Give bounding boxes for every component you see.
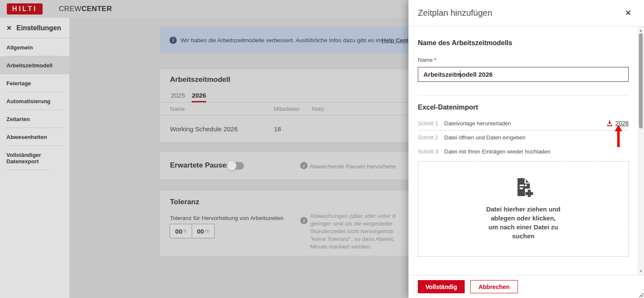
add-schedule-panel: Zeitplan hinzufügen ✕ Name des Arbeitsze…	[408, 0, 644, 298]
dropzone-line: suchen	[486, 231, 560, 240]
step-row-3: Schritt 3 Datei mit Ihren Einträgen wied…	[418, 145, 629, 159]
info-line: Abweichungen (über oder unter d	[310, 212, 395, 220]
step-label: Schritt 1	[418, 120, 444, 127]
tolerance-label: Toleranz für Hervorhebung von Arbeitszei…	[170, 215, 283, 221]
name-label: Name *	[418, 57, 629, 63]
tab-2026[interactable]: 2026	[192, 92, 206, 102]
sidebar-item-zeitarten[interactable]: Zeitarten	[0, 110, 69, 128]
info-line: geringer sind als die eingestellte	[310, 220, 395, 228]
settings-header: ✕ Einstellungen	[0, 18, 69, 38]
sidebar-item-arbeitszeitmodell[interactable]: Arbeitszeitmodell	[0, 56, 69, 74]
file-add-icon	[514, 177, 533, 197]
banner-text: Wir haben die Arbeitszeitmodelle verbess…	[181, 37, 416, 43]
section-divider	[418, 95, 629, 96]
info-icon: i	[170, 37, 177, 44]
info-icon: i	[300, 217, 308, 224]
card-title: Arbeitszeitmodell	[170, 75, 230, 84]
tab-2025[interactable]: 2025	[171, 92, 185, 102]
dropzone-line: um nach einer Datei zu	[486, 223, 560, 231]
step-label: Schritt 2	[418, 134, 444, 141]
toggle-knob	[227, 161, 236, 171]
hilti-logo[interactable]: HILTI	[7, 3, 43, 14]
tolerance-minutes-field[interactable]: 00 m	[192, 224, 215, 238]
tolerance-hours-field[interactable]: 00 h	[170, 224, 192, 238]
step-text: Datei mit Ihren Einträgen wieder hochlad…	[444, 148, 550, 155]
minutes-unit: m	[205, 228, 210, 234]
schedule-name: Working Schedule 2026	[170, 116, 238, 142]
sidebar-item-automatisierung[interactable]: Automatisierung	[0, 92, 69, 110]
scrollbar-thumb[interactable]	[639, 33, 643, 128]
info-line: "keine Toleranz", so dass Abweic	[310, 235, 395, 243]
step-text: Datei öffnen und Daten eingeben	[444, 134, 526, 141]
annotation-arrow	[615, 125, 622, 147]
step-label: Schritt 3	[418, 148, 444, 155]
tolerance-inputs: 00 h 00 m	[170, 224, 215, 238]
name-input-wrap	[418, 67, 629, 82]
close-icon[interactable]: ✕	[625, 9, 631, 17]
dropzone-line: ablegen oder klicken,	[486, 214, 560, 223]
dropzone-line: Datei hierher ziehen und	[486, 205, 560, 214]
resize-handle-icon[interactable]	[639, 293, 644, 298]
close-settings-icon[interactable]: ✕	[6, 24, 12, 32]
submit-button[interactable]: Vollständig	[418, 280, 465, 293]
text-cursor	[460, 70, 460, 78]
required-asterisk: *	[434, 57, 436, 63]
column-name: Name	[170, 103, 185, 116]
import-steps: Schritt 1 Dateivorlage herunterladen 202…	[418, 116, 629, 159]
name-section-heading: Name des Arbeitszeitmodells	[418, 39, 629, 47]
hours-value: 00	[175, 228, 182, 235]
info-line: Stundenzettel nicht hervorgehob	[310, 228, 395, 235]
arrow-shaft	[617, 131, 620, 147]
column-mitarbeiter: Mitarbeiter	[274, 103, 300, 116]
scroll-down-arrow[interactable]: ▼	[638, 269, 644, 273]
breaks-info-text: Abweichende Pausen hervorhebe	[310, 163, 396, 170]
dropzone-text: Datei hierher ziehen und ablegen oder kl…	[486, 205, 560, 240]
sidebar-item-feiertage[interactable]: Feiertage	[0, 74, 69, 92]
step-row-2: Schritt 2 Datei öffnen und Daten eingebe…	[418, 130, 629, 145]
cancel-button[interactable]: Abbrechen	[470, 280, 518, 293]
sidebar-item-abwesenheiten[interactable]: Abwesenheiten	[0, 128, 69, 146]
excel-import-heading: Excel-Datenimport	[418, 104, 629, 111]
year-tabs: 2025 2026	[171, 92, 206, 102]
scroll-up-arrow[interactable]: ▲	[638, 29, 644, 32]
name-input[interactable]	[418, 67, 629, 82]
brand-crew: CREW	[59, 5, 81, 13]
sidebar-item-allgemein[interactable]: Allgemein	[0, 38, 69, 56]
file-dropzone[interactable]: Datei hierher ziehen und ablegen oder kl…	[418, 161, 629, 257]
step-row-1: Schritt 1 Dateivorlage herunterladen 202…	[418, 116, 629, 130]
minutes-value: 00	[197, 228, 204, 235]
schedule-mitarbeiter-count: 18	[274, 116, 281, 142]
app-title: CREWCENTER	[59, 5, 112, 13]
sidebar-item-datenexport[interactable]: Vollständiger Datenexport	[0, 146, 55, 170]
hours-unit: h	[184, 228, 187, 234]
panel-scrollbar: ▲ ▼	[638, 27, 644, 275]
settings-title: Einstellungen	[17, 24, 61, 32]
brand-center: CENTER	[81, 5, 112, 13]
card-title: Toleranz	[170, 198, 199, 206]
step-text: Dateivorlage herunterladen	[444, 120, 511, 127]
app-window: HILTI CREWCENTER ✕ Einstellungen Allgeme…	[0, 0, 644, 298]
column-notiz: Notiz	[312, 103, 325, 116]
card-title: Erwartete Pausen	[170, 161, 231, 170]
tolerance-info-text: Abweichungen (über oder unter d geringer…	[310, 212, 395, 251]
panel-title: Zeitplan hinzufügen	[418, 8, 492, 18]
panel-body: Name des Arbeitszeitmodells Name * Excel…	[408, 27, 638, 275]
info-line: Minute markiert werden.	[310, 243, 395, 251]
download-icon	[607, 120, 613, 127]
expected-breaks-toggle[interactable]	[228, 162, 244, 170]
panel-header: Zeitplan hinzufügen ✕	[408, 0, 644, 26]
info-icon: i	[300, 162, 308, 169]
settings-sidebar: ✕ Einstellungen Allgemein Arbeitszeitmod…	[0, 18, 69, 298]
arrow-head	[615, 125, 622, 131]
panel-footer: Vollständig Abbrechen	[408, 275, 644, 298]
